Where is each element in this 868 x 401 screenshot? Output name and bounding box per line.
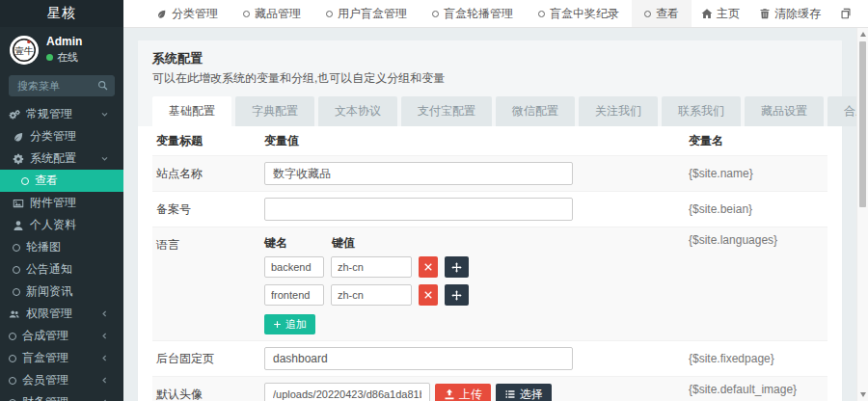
- circle-icon: [21, 177, 29, 185]
- circle-icon: [326, 11, 333, 17]
- move-row-button[interactable]: [445, 256, 469, 278]
- home-button[interactable]: 主页: [692, 0, 749, 27]
- users-icon: [9, 308, 20, 320]
- sidebar-item-news[interactable]: 新闻资讯: [0, 281, 123, 303]
- content-area: 系统配置 可以在此增改系统的变量和分组,也可以自定义分组和变量 基础配置 字典配…: [123, 28, 856, 401]
- config-panel: 系统配置 可以在此增改系统的变量和分组,也可以自定义分组和变量 基础配置 字典配…: [138, 40, 842, 401]
- fullscreen-button[interactable]: [861, 0, 868, 27]
- tab-wechat-config[interactable]: 微信配置: [496, 96, 575, 126]
- user-panel: 壹牛 Admin 在线: [0, 27, 123, 70]
- circle-icon: [243, 11, 250, 17]
- tab-contact-us[interactable]: 联系我们: [662, 96, 741, 126]
- append-button[interactable]: 追加: [264, 314, 315, 334]
- tab-collection-settings[interactable]: 藏品设置: [745, 96, 824, 126]
- topbar-utilities: 主页 清除缓存 壹牛 Admin: [692, 0, 868, 27]
- site-name-input[interactable]: [264, 162, 573, 185]
- brand[interactable]: 星核: [0, 0, 123, 27]
- tab-text-protocol[interactable]: 文本协议: [318, 96, 397, 126]
- sidebar-item-category[interactable]: 分类管理: [0, 125, 123, 147]
- tab-view[interactable]: 查看: [632, 0, 692, 27]
- chevron-left-icon: [100, 309, 109, 318]
- tab-user-blindbox[interactable]: 用户盲盒管理: [313, 0, 420, 27]
- sidebar-item-carousel[interactable]: 轮播图: [0, 236, 123, 258]
- sidebar-item-blindbox[interactable]: 盲盒管理: [0, 347, 123, 369]
- circle-icon: [432, 11, 439, 17]
- table-row: 默认头像 上传 选择 壹牛: [152, 376, 827, 401]
- sidebar-item-compose[interactable]: 合成管理: [0, 325, 123, 347]
- circle-icon: [9, 355, 16, 362]
- config-tabs: 基础配置 字典配置 文本协议 支付宝配置 微信配置 关注我们 联系我们 藏品设置…: [152, 96, 827, 126]
- lang-value-input[interactable]: [331, 256, 412, 278]
- tab-dictionary-config[interactable]: 字典配置: [235, 96, 314, 126]
- scroll-down-arrow-icon[interactable]: [860, 392, 866, 397]
- kv-headers: 键名 键值: [264, 235, 689, 252]
- sidebar-item-general[interactable]: 常规管理: [0, 103, 123, 125]
- col-header-title: 变量标题: [156, 133, 264, 149]
- sidebar-item-auth[interactable]: 权限管理: [0, 303, 123, 325]
- image-icon: [13, 198, 24, 209]
- app-window: 星核 壹牛 Admin 在线 常规管理 分类管理 系统配置 查看 附件管理 个人…: [0, 0, 868, 401]
- sidebar: 星核 壹牛 Admin 在线 常规管理 分类管理 系统配置 查看 附件管理 个人…: [0, 0, 123, 401]
- table-row: 站点名称 {$site.name}: [152, 155, 827, 191]
- chevron-left-icon: [100, 376, 109, 385]
- plus-icon: [273, 320, 282, 329]
- tab-blindbox-carousel[interactable]: 盲盒轮播管理: [420, 0, 526, 27]
- leaf-icon: [156, 9, 167, 19]
- remove-row-button[interactable]: [419, 284, 438, 306]
- move-row-button[interactable]: [445, 284, 469, 306]
- sidebar-menu: 常规管理 分类管理 系统配置 查看 附件管理 个人资料 轮播图 公告通知 新闻资…: [0, 103, 123, 401]
- sidebar-item-profile[interactable]: 个人资料: [0, 214, 123, 236]
- clear-cache-button[interactable]: 清除缓存: [749, 0, 830, 27]
- tab-category[interactable]: 分类管理: [144, 0, 231, 27]
- gear-icon: [13, 153, 24, 165]
- topbar: 分类管理 藏品管理 用户盲盒管理 盲盒轮播管理 盲盒中奖纪录 查看 主页 清除缓…: [123, 0, 868, 28]
- sidebar-item-view[interactable]: 查看: [0, 170, 123, 192]
- sidebar-item-sysconfig[interactable]: 系统配置: [0, 147, 123, 170]
- scrollbar-thumb[interactable]: [859, 41, 866, 207]
- col-header-varname: 变量名: [689, 133, 824, 149]
- user-name: Admin: [46, 35, 82, 48]
- svg-text:壹牛: 壹牛: [14, 44, 34, 55]
- upload-button[interactable]: 上传: [435, 384, 491, 401]
- circle-icon: [644, 11, 651, 17]
- sidebar-item-finance[interactable]: 财务管理: [0, 391, 123, 401]
- tab-collection[interactable]: 藏品管理: [231, 0, 313, 27]
- close-icon: [423, 290, 433, 300]
- panel-body: 变量标题 变量值 变量名 站点名称 {$site.name} 备案号: [138, 126, 842, 401]
- tab-blindbox-record[interactable]: 盲盒中奖纪录: [526, 0, 632, 27]
- avatar[interactable]: 壹牛: [10, 36, 39, 65]
- tab-compose-config[interactable]: 合成配置: [827, 96, 856, 126]
- multi-tab-button[interactable]: [830, 0, 861, 27]
- panel-heading: 系统配置 可以在此增改系统的变量和分组,也可以自定义分组和变量 基础配置 字典配…: [138, 40, 842, 126]
- tab-alipay-config[interactable]: 支付宝配置: [401, 96, 492, 126]
- beian-input[interactable]: [264, 198, 573, 221]
- tab-follow-us[interactable]: 关注我们: [579, 96, 658, 126]
- chevron-down-icon: [100, 110, 109, 119]
- lang-value-input[interactable]: [331, 284, 412, 306]
- sidebar-item-member[interactable]: 会员管理: [0, 369, 123, 391]
- tab-basic-config[interactable]: 基础配置: [152, 96, 231, 126]
- table-row: 备案号 {$site.beian}: [152, 191, 827, 227]
- circle-icon: [13, 244, 20, 252]
- copy-icon: [840, 8, 852, 19]
- choose-button[interactable]: 选择: [496, 384, 552, 401]
- search-icon[interactable]: [97, 80, 108, 91]
- table-row: 语言 键名 键值: [152, 227, 827, 340]
- fixedpage-input[interactable]: [264, 347, 573, 370]
- scroll-up-arrow-icon[interactable]: [860, 32, 866, 37]
- circle-icon: [9, 333, 16, 340]
- col-header-value: 变量值: [264, 133, 689, 149]
- chevron-down-icon: [100, 154, 109, 163]
- sidebar-item-attachment[interactable]: 附件管理: [0, 192, 123, 214]
- circle-icon: [13, 288, 20, 296]
- default-image-input[interactable]: [264, 383, 430, 401]
- config-table: 变量标题 变量值 变量名 站点名称 {$site.name} 备案号: [152, 126, 827, 401]
- remove-row-button[interactable]: [419, 256, 438, 278]
- circle-icon: [13, 266, 20, 274]
- user-icon: [13, 220, 24, 231]
- lang-key-input[interactable]: [264, 284, 324, 306]
- vertical-scrollbar[interactable]: [856, 28, 868, 401]
- sidebar-item-notice[interactable]: 公告通知: [0, 258, 123, 281]
- lang-key-input[interactable]: [264, 256, 324, 278]
- home-icon: [701, 8, 713, 19]
